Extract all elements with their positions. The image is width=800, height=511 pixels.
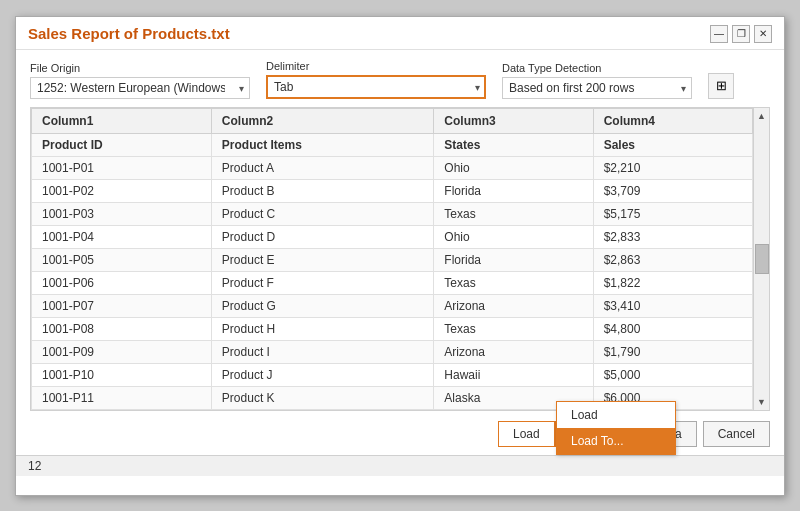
table-cell: Florida — [434, 179, 593, 202]
table-row: 1001-P06Product FTexas$1,822 — [32, 271, 753, 294]
table-cell: Texas — [434, 202, 593, 225]
table-cell: 1001-P04 — [32, 225, 212, 248]
load-button[interactable]: Load — [499, 422, 555, 446]
table-cell: Product J — [211, 363, 433, 386]
restore-icon: ❐ — [737, 28, 746, 39]
table-cell: 1001-P02 — [32, 179, 212, 202]
preview-table: Column1Column2Column3Column4 Product IDP… — [31, 108, 753, 410]
table-row: 1001-P03Product CTexas$5,175 — [32, 202, 753, 225]
table-cell: Product A — [211, 156, 433, 179]
load-dropdown-menu: Load Load To... — [556, 401, 676, 455]
table-cell: Ohio — [434, 225, 593, 248]
table-row: 1001-P02Product BFlorida$3,709 — [32, 179, 753, 202]
table-cell: Product K — [211, 386, 433, 409]
table-cell: Product I — [211, 340, 433, 363]
dropdown-load-item[interactable]: Load — [557, 402, 675, 428]
table-cell: 1001-P09 — [32, 340, 212, 363]
table-cell: Product C — [211, 202, 433, 225]
file-origin-group: File Origin 1252: Western European (Wind… — [30, 62, 250, 99]
title-buttons: — ❐ ✕ — [710, 25, 772, 43]
table-cell: Product G — [211, 294, 433, 317]
column-header: Column1 — [32, 108, 212, 133]
title-bar: Sales Report of Products.txt — ❐ ✕ — [16, 17, 784, 50]
delimiter-select[interactable]: Tab — [266, 75, 486, 99]
datatype-select[interactable]: Based on first 200 rows — [502, 77, 692, 99]
table-cell: $4,800 — [593, 317, 752, 340]
table-cell: Product F — [211, 271, 433, 294]
table-row: Product IDProduct ItemsStatesSales — [32, 133, 753, 156]
table-cell: Florida — [434, 248, 593, 271]
dialog-title: Sales Report of Products.txt — [28, 25, 230, 42]
datatype-group: Data Type Detection Based on first 200 r… — [502, 62, 692, 99]
table-cell: $2,210 — [593, 156, 752, 179]
row-count: 12 — [28, 459, 41, 473]
table-cell: 1001-P03 — [32, 202, 212, 225]
settings-button[interactable]: ⊞ — [708, 73, 734, 99]
datatype-label: Data Type Detection — [502, 62, 692, 74]
file-origin-select[interactable]: 1252: Western European (Windows) — [30, 77, 250, 99]
column-header: Column4 — [593, 108, 752, 133]
table-cell: Product ID — [32, 133, 212, 156]
dropdown-load-to-item[interactable]: Load To... — [557, 428, 675, 454]
table-row: 1001-P05Product EFlorida$2,863 — [32, 248, 753, 271]
column-header: Column3 — [434, 108, 593, 133]
table-cell: Arizona — [434, 340, 593, 363]
table-row: 1001-P10Product JHawaii$5,000 — [32, 363, 753, 386]
delimiter-group: Delimiter Tab — [266, 60, 486, 99]
delimiter-label: Delimiter — [266, 60, 486, 72]
table-cell: Texas — [434, 317, 593, 340]
column-header: Column2 — [211, 108, 433, 133]
table-inner: Column1Column2Column3Column4 Product IDP… — [31, 108, 753, 410]
table-cell: 1001-P06 — [32, 271, 212, 294]
settings-icon: ⊞ — [716, 78, 727, 93]
table-row: 1001-P04Product DOhio$2,833 — [32, 225, 753, 248]
table-cell: Product H — [211, 317, 433, 340]
table-row: 1001-P08Product HTexas$4,800 — [32, 317, 753, 340]
table-cell: States — [434, 133, 593, 156]
file-origin-wrapper: 1252: Western European (Windows) — [30, 77, 250, 99]
table-cell: Hawaii — [434, 363, 593, 386]
scroll-thumb[interactable] — [755, 244, 769, 274]
header-row: Column1Column2Column3Column4 — [32, 108, 753, 133]
table-cell: $1,790 — [593, 340, 752, 363]
table-cell: Arizona — [434, 294, 593, 317]
table-cell: $5,000 — [593, 363, 752, 386]
minimize-icon: — — [714, 28, 724, 39]
table-cell: 1001-P07 — [32, 294, 212, 317]
minimize-button[interactable]: — — [710, 25, 728, 43]
table-wrapper: Column1Column2Column3Column4 Product IDP… — [30, 107, 770, 411]
close-button[interactable]: ✕ — [754, 25, 772, 43]
scroll-down-arrow[interactable]: ▼ — [754, 394, 769, 410]
table-cell: Product D — [211, 225, 433, 248]
table-cell: Product E — [211, 248, 433, 271]
scroll-up-arrow[interactable]: ▲ — [754, 108, 769, 124]
cancel-button[interactable]: Cancel — [703, 421, 770, 447]
controls-row: File Origin 1252: Western European (Wind… — [16, 50, 784, 107]
table-cell: 1001-P05 — [32, 248, 212, 271]
table-cell: Texas — [434, 271, 593, 294]
table-row: 1001-P07Product GArizona$3,410 — [32, 294, 753, 317]
file-origin-label: File Origin — [30, 62, 250, 74]
table-cell: 1001-P10 — [32, 363, 212, 386]
table-cell: Product B — [211, 179, 433, 202]
delimiter-wrapper: Tab — [266, 75, 486, 99]
table-cell: $3,709 — [593, 179, 752, 202]
table-cell: $2,863 — [593, 248, 752, 271]
datatype-wrapper: Based on first 200 rows — [502, 77, 692, 99]
table-cell: Ohio — [434, 156, 593, 179]
table-row: 1001-P01Product AOhio$2,210 — [32, 156, 753, 179]
dialog: Sales Report of Products.txt — ❐ ✕ File … — [15, 16, 785, 496]
table-cell: 1001-P11 — [32, 386, 212, 409]
table-header: Column1Column2Column3Column4 — [32, 108, 753, 133]
restore-button[interactable]: ❐ — [732, 25, 750, 43]
table-cell: $2,833 — [593, 225, 752, 248]
scrollbar[interactable]: ▲ ▼ — [753, 108, 769, 410]
table-cell: $5,175 — [593, 202, 752, 225]
table-cell: $3,410 — [593, 294, 752, 317]
table-row: 1001-P09Product IArizona$1,790 — [32, 340, 753, 363]
footer-row: Load ▾ Transform Data Cancel Load Load T… — [16, 411, 784, 455]
close-icon: ✕ — [759, 28, 767, 39]
table-cell: 1001-P01 — [32, 156, 212, 179]
table-cell: $1,822 — [593, 271, 752, 294]
bottom-bar: 12 — [16, 455, 784, 476]
